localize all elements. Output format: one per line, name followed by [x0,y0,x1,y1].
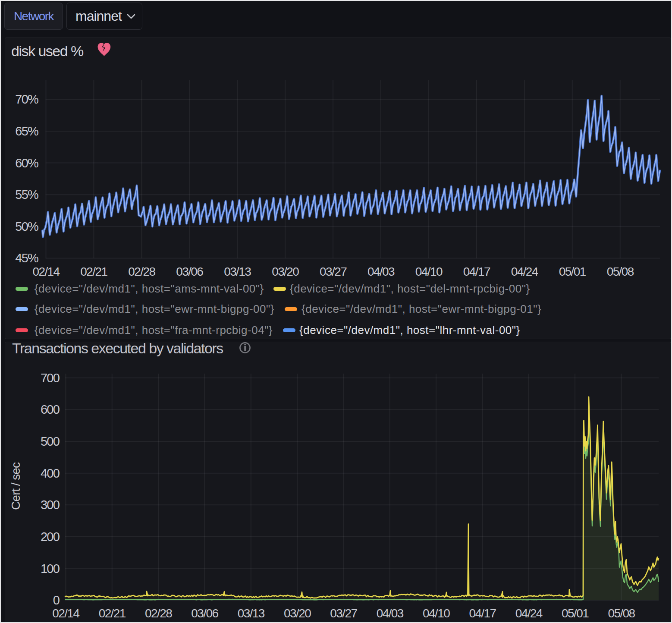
svg-text:05/08: 05/08 [608,607,635,620]
svg-text:03/27: 03/27 [320,265,347,278]
svg-text:Cert / sec: Cert / sec [9,462,22,510]
svg-text:03/06: 03/06 [176,265,203,278]
svg-text:0: 0 [53,593,60,607]
svg-text:400: 400 [41,466,60,480]
svg-text:03/13: 03/13 [224,265,251,278]
svg-text:45%: 45% [15,251,38,265]
svg-text:02/14: 02/14 [52,607,79,620]
svg-text:04/24: 04/24 [515,607,543,620]
svg-text:03/13: 03/13 [238,607,265,620]
svg-text:02/14: 02/14 [32,265,60,278]
svg-text:65%: 65% [15,124,38,138]
svg-text:200: 200 [41,530,60,544]
svg-text:70%: 70% [15,92,38,106]
svg-text:02/21: 02/21 [99,607,126,620]
svg-text:03/06: 03/06 [191,607,218,620]
svg-text:02/21: 02/21 [80,265,107,278]
svg-text:05/01: 05/01 [562,607,589,620]
svg-text:04/10: 04/10 [423,607,450,620]
svg-text:03/27: 03/27 [330,607,357,620]
svg-text:55%: 55% [15,188,38,201]
svg-text:60%: 60% [15,156,38,170]
svg-text:300: 300 [41,498,60,512]
svg-text:600: 600 [41,403,60,416]
svg-text:100: 100 [41,562,60,576]
svg-text:700: 700 [41,371,60,385]
svg-text:05/08: 05/08 [607,265,634,278]
svg-text:04/17: 04/17 [463,265,490,278]
svg-text:04/17: 04/17 [469,607,496,620]
svg-text:50%: 50% [15,220,38,233]
svg-text:04/03: 04/03 [367,265,395,278]
svg-text:02/28: 02/28 [128,265,155,278]
svg-text:03/20: 03/20 [284,607,311,620]
svg-text:04/03: 04/03 [377,607,404,620]
svg-text:500: 500 [41,434,60,448]
svg-text:02/28: 02/28 [145,607,172,620]
svg-text:03/20: 03/20 [272,265,299,278]
svg-text:05/01: 05/01 [559,265,586,278]
svg-text:04/10: 04/10 [415,265,443,278]
svg-text:04/24: 04/24 [511,265,538,278]
